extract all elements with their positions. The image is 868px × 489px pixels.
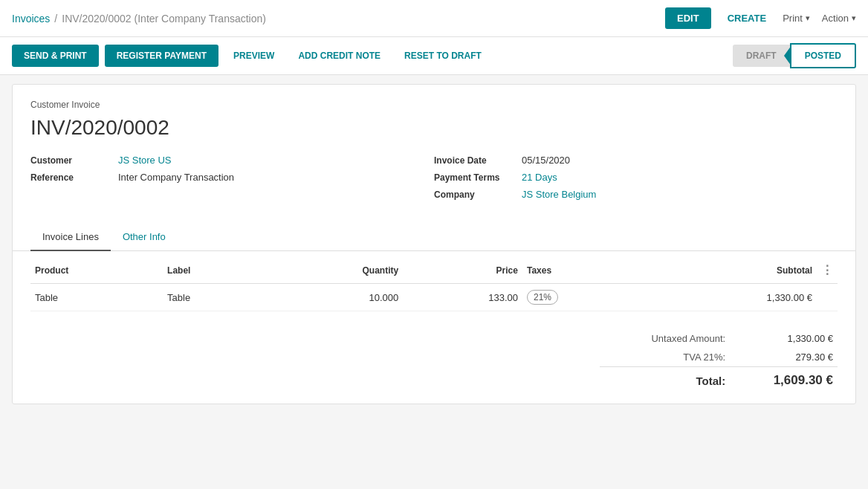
col-product: Product — [30, 257, 163, 284]
tab-other-info[interactable]: Other Info — [111, 224, 178, 251]
invoice-fields: Customer JS Store US Reference Inter Com… — [30, 155, 838, 200]
cell-quantity: 10.000 — [263, 284, 403, 311]
customer-field-row: Customer JS Store US — [30, 155, 434, 166]
preview-button[interactable]: PREVIEW — [224, 45, 283, 67]
breadcrumb: Invoices / INV/2020/0002 (Inter Company … — [12, 13, 656, 25]
cell-row-menu — [817, 284, 838, 311]
customer-label: Customer — [30, 155, 112, 166]
create-button[interactable]: CREATE — [720, 7, 774, 29]
col-subtotal: Subtotal — [647, 257, 817, 284]
invoice-date-label: Invoice Date — [434, 155, 516, 166]
cell-taxes: 21% — [522, 284, 647, 311]
col-label: Label — [163, 257, 263, 284]
reference-label: Reference — [30, 172, 112, 183]
invoice-date-value: 05/15/2020 — [522, 155, 570, 166]
total-label: Total: — [600, 367, 730, 392]
company-label: Company — [434, 190, 516, 200]
breadcrumb-parent[interactable]: Invoices — [12, 13, 50, 25]
invoice-header: Customer Invoice INV/2020/0002 Customer … — [13, 85, 855, 212]
tabs: Invoice Lines Other Info — [13, 224, 855, 251]
reset-to-draft-button[interactable]: RESET TO DRAFT — [395, 45, 490, 67]
edit-button[interactable]: EDIT — [665, 7, 711, 29]
cell-label: Table — [163, 284, 263, 311]
total-value: 1,609.30 € — [730, 367, 838, 392]
col-menu: ⋮ — [817, 257, 838, 284]
invoice-card: Customer Invoice INV/2020/0002 Customer … — [12, 84, 856, 404]
customer-value: JS Store US — [118, 155, 172, 166]
tva-value: 279.30 € — [730, 348, 838, 367]
cell-price: 133.00 — [403, 284, 522, 311]
register-payment-button[interactable]: REGISTER PAYMENT — [105, 45, 218, 67]
col-price: Price — [403, 257, 522, 284]
payment-terms-field-row: Payment Terms 21 Days — [434, 172, 838, 183]
reference-field-row: Reference Inter Company Transaction — [30, 172, 434, 183]
col-quantity: Quantity — [263, 257, 403, 284]
invoice-number: INV/2020/0002 — [30, 116, 838, 140]
tva-row: TVA 21%: 279.30 € — [600, 348, 838, 367]
payment-terms-value: 21 Days — [522, 172, 557, 183]
cell-product: Table — [30, 284, 163, 311]
invoice-type-label: Customer Invoice — [30, 100, 838, 110]
untaxed-value: 1,330.00 € — [730, 329, 838, 348]
field-group-left: Customer JS Store US Reference Inter Com… — [30, 155, 434, 200]
reference-value: Inter Company Transaction — [118, 172, 234, 183]
cell-subtotal: 1,330.00 € — [647, 284, 817, 311]
company-value: JS Store Belgium — [522, 189, 596, 200]
action-bar: SEND & PRINT REGISTER PAYMENT PREVIEW AD… — [0, 37, 868, 75]
status-posted: POSTED — [790, 43, 856, 68]
top-bar: Invoices / INV/2020/0002 (Inter Company … — [0, 0, 868, 37]
company-field-row: Company JS Store Belgium — [434, 189, 838, 200]
breadcrumb-separator: / — [54, 13, 57, 25]
table-section: Product Label Quantity Price Taxes Subto… — [13, 257, 855, 329]
tab-invoice-lines[interactable]: Invoice Lines — [30, 224, 111, 251]
breadcrumb-current: INV/2020/0002 (Inter Company Transaction… — [62, 13, 266, 25]
untaxed-row: Untaxed Amount: 1,330.00 € — [600, 329, 838, 348]
add-credit-note-button[interactable]: ADD CREDIT NOTE — [289, 45, 389, 67]
invoice-date-field-row: Invoice Date 05/15/2020 — [434, 155, 838, 166]
invoice-table: Product Label Quantity Price Taxes Subto… — [30, 257, 838, 311]
send-print-button[interactable]: SEND & PRINT — [12, 45, 99, 67]
status-bar: DRAFT POSTED — [733, 43, 856, 68]
payment-terms-label: Payment Terms — [434, 172, 516, 183]
table-row: Table Table 10.000 133.00 21% 1,330.00 € — [30, 284, 838, 311]
untaxed-label: Untaxed Amount: — [600, 329, 730, 348]
col-taxes: Taxes — [522, 257, 647, 284]
action-dropdown[interactable]: Action — [822, 13, 856, 24]
table-menu-icon[interactable]: ⋮ — [821, 264, 833, 276]
print-dropdown[interactable]: Print — [783, 13, 810, 24]
status-draft: DRAFT — [733, 45, 790, 67]
total-row: Total: 1,609.30 € — [600, 367, 838, 392]
totals-table: Untaxed Amount: 1,330.00 € TVA 21%: 279.… — [600, 329, 838, 392]
field-group-right: Invoice Date 05/15/2020 Payment Terms 21… — [434, 155, 838, 200]
totals-section: Untaxed Amount: 1,330.00 € TVA 21%: 279.… — [13, 329, 855, 404]
tva-label: TVA 21%: — [600, 348, 730, 367]
tax-badge: 21% — [527, 290, 558, 305]
top-right-actions: Print Action — [783, 13, 856, 24]
